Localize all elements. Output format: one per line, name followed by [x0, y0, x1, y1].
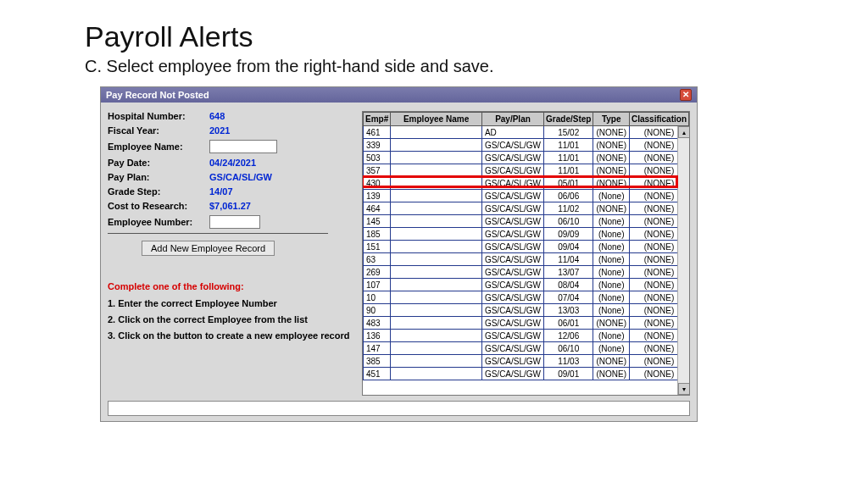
col-grade-header[interactable]: Grade/Step	[544, 113, 593, 126]
table-row[interactable]: 185GS/CA/SL/GW09/09(None)(NONE)	[364, 228, 689, 241]
pay-plan-label: Pay Plan:	[108, 172, 209, 182]
table-row[interactable]: 145GS/CA/SL/GW06/10(None)(NONE)	[364, 215, 689, 228]
add-employee-button[interactable]: Add New Employee Record	[142, 241, 275, 256]
grade-step-value: 14/07	[209, 186, 233, 197]
table-row[interactable]: 451GS/CA/SL/GW09/01(NONE)(NONE)	[364, 368, 689, 380]
instruction-1: 1. Enter the correct Employee Number	[108, 298, 353, 308]
hospital-number-label: Hospital Number:	[108, 111, 209, 121]
status-bar	[108, 401, 690, 416]
table-row[interactable]: 269GS/CA/SL/GW13/07(None)(NONE)	[364, 266, 689, 279]
close-icon[interactable]: ✕	[680, 89, 692, 101]
table-row[interactable]: 136GS/CA/SL/GW12/06(None)(NONE)	[364, 330, 689, 342]
employee-number-field[interactable]	[209, 215, 260, 229]
instruction-3: 3. Click on the button to create a new e…	[108, 330, 353, 341]
table-row[interactable]: 63GS/CA/SL/GW11/04(None)(NONE)	[364, 253, 689, 266]
employee-table[interactable]: Emp# Employee Name Pay/Plan Grade/Step T…	[363, 112, 689, 380]
table-row[interactable]: 461AD15/02(NONE)(NONE)	[364, 126, 689, 139]
table-row[interactable]: 357GS/CA/SL/GW11/01(NONE)(NONE)	[364, 164, 689, 177]
fiscal-year-label: Fiscal Year:	[108, 125, 209, 136]
table-row[interactable]: 10GS/CA/SL/GW07/04(None)(NONE)	[364, 291, 689, 304]
details-pane: Hospital Number: 648 Fiscal Year: 2021 E…	[108, 111, 353, 396]
col-class-header[interactable]: Classification	[629, 113, 688, 126]
col-emp-header[interactable]: Emp#	[364, 113, 391, 126]
table-row[interactable]: 464GS/CA/SL/GW11/02(NONE)(NONE)	[364, 202, 689, 215]
pay-plan-value: GS/CA/SL/GW	[209, 172, 272, 182]
hospital-number-value: 648	[209, 111, 225, 121]
table-row[interactable]: 139GS/CA/SL/GW06/06(None)(NONE)	[364, 190, 689, 202]
instruction-2: 2. Click on the correct Employee from th…	[108, 314, 353, 324]
page-subtitle: C. Select employee from the right-hand s…	[85, 57, 783, 76]
table-row[interactable]: 385GS/CA/SL/GW11/03(NONE)(NONE)	[364, 355, 689, 368]
col-plan-header[interactable]: Pay/Plan	[481, 113, 543, 126]
fiscal-year-value: 2021	[209, 125, 230, 136]
employee-name-label: Employee Name:	[108, 141, 209, 152]
grade-step-label: Grade Step:	[108, 186, 209, 197]
employee-number-label: Employee Number:	[108, 217, 209, 227]
table-row[interactable]: 90GS/CA/SL/GW13/03(None)(NONE)	[364, 304, 689, 317]
scrollbar[interactable]: ▴ ▾	[677, 126, 689, 395]
table-row[interactable]: 503GS/CA/SL/GW11/01(NONE)(NONE)	[364, 152, 689, 164]
page-title: Payroll Alerts	[85, 20, 783, 53]
table-row[interactable]: 430GS/CA/SL/GW05/01(NONE)(NONE)	[364, 177, 689, 190]
window-title: Pay Record Not Posted	[106, 90, 209, 100]
table-row[interactable]: 339GS/CA/SL/GW11/01(NONE)(NONE)	[364, 139, 689, 152]
table-row[interactable]: 107GS/CA/SL/GW08/04(None)(NONE)	[364, 279, 689, 291]
table-row[interactable]: 147GS/CA/SL/GW06/10(None)(NONE)	[364, 342, 689, 355]
pay-record-window: Pay Record Not Posted ✕ Hospital Number:…	[100, 86, 698, 422]
complete-heading: Complete one of the following:	[108, 281, 353, 291]
cost-value: $7,061.27	[209, 201, 251, 211]
divider	[108, 233, 328, 234]
cost-label: Cost to Research:	[108, 201, 209, 211]
table-row[interactable]: 151GS/CA/SL/GW09/04(None)(NONE)	[364, 241, 689, 253]
employee-name-field[interactable]	[209, 140, 277, 153]
table-row[interactable]: 483GS/CA/SL/GW06/01(NONE)(NONE)	[364, 317, 689, 330]
window-titlebar: Pay Record Not Posted ✕	[101, 87, 697, 103]
employee-list-pane: Emp# Employee Name Pay/Plan Grade/Step T…	[362, 111, 690, 396]
col-type-header[interactable]: Type	[593, 113, 630, 126]
col-name-header[interactable]: Employee Name	[391, 113, 482, 126]
scroll-up-icon[interactable]: ▴	[678, 126, 690, 138]
pay-date-value: 04/24/2021	[209, 158, 256, 168]
scroll-down-icon[interactable]: ▾	[678, 383, 690, 395]
pay-date-label: Pay Date:	[108, 158, 209, 168]
